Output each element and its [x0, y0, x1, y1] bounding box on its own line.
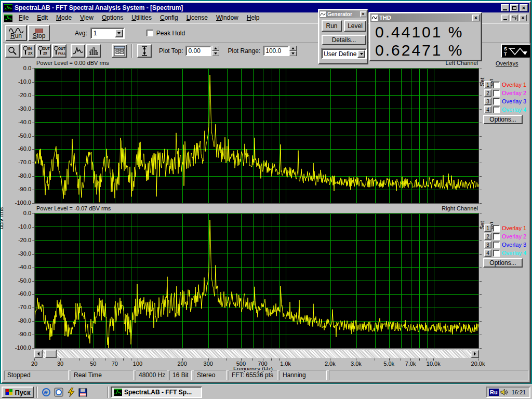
scale-range-button[interactable] — [137, 44, 152, 58]
thd-title-bar[interactable]: THD × — [370, 14, 481, 22]
avg-combobox[interactable]: 1 — [90, 28, 125, 39]
menu-file[interactable]: File — [15, 13, 33, 23]
y-tick-label: 0.0 — [9, 65, 31, 71]
overlay-set-button-1[interactable]: 1 — [484, 224, 491, 232]
overlays-options-button[interactable]: Options... — [483, 115, 523, 124]
overlay-set-button-3[interactable]: 3 — [484, 98, 491, 105]
y-tick — [480, 203, 482, 204]
overlay-on-checkbox-2[interactable] — [493, 90, 500, 97]
quick-launch-winamp[interactable] — [65, 387, 77, 398]
generator-window[interactable]: Generator × Run Level Details... User De… — [318, 9, 368, 64]
spectralab-logo-button[interactable]: S T — [501, 44, 531, 58]
menu-config[interactable]: Config — [156, 13, 182, 23]
zoom-out-full-button[interactable]: OUT FULL — [52, 44, 66, 58]
overlay-on-checkbox-1[interactable] — [493, 225, 500, 232]
frequency-scrollbar[interactable] — [34, 350, 479, 358]
mdi-restore-button[interactable] — [510, 15, 518, 21]
overlay-on-checkbox-4[interactable] — [493, 107, 500, 113]
overlay-set-button-1[interactable]: 1 — [484, 81, 491, 88]
overlay-set-button-2[interactable]: 2 — [484, 89, 491, 97]
close-button[interactable]: × — [520, 4, 528, 11]
y-tick — [480, 136, 482, 137]
y-tick — [32, 203, 34, 204]
zoom-in-2x-button[interactable]: IN 2X — [21, 44, 35, 58]
plot-range-input[interactable]: 100.0 — [263, 46, 289, 56]
left-spectrum-trace — [35, 75, 478, 202]
menu-help[interactable]: Help — [243, 13, 264, 23]
x-tick — [79, 358, 79, 361]
menu-license[interactable]: License — [182, 13, 212, 23]
generator-details-button[interactable]: Details... — [322, 35, 366, 45]
minimize-button[interactable] — [501, 4, 509, 11]
generator-mode-combobox[interactable]: User Define — [321, 48, 367, 59]
start-button[interactable]: Пуск — [2, 387, 34, 398]
overlay-set-button-4[interactable]: 4 — [484, 249, 491, 257]
plot-top-value: 0.00 — [187, 47, 200, 55]
bar-plot-mode-button[interactable] — [86, 44, 101, 58]
mdi-minimize-button[interactable] — [501, 15, 509, 21]
zoom-out-2x-button[interactable]: OUT 2X — [36, 44, 51, 58]
y-tick — [32, 149, 34, 150]
quick-launch-ie[interactable]: e — [41, 387, 52, 398]
run-button-label: Run — [10, 33, 22, 39]
overlay-on-checkbox-2[interactable] — [493, 233, 500, 240]
details-view-button[interactable] — [112, 44, 127, 58]
taskbar-divider — [36, 387, 38, 398]
overlay-on-checkbox-1[interactable] — [493, 82, 500, 88]
quick-launch-save[interactable] — [77, 387, 88, 398]
overlay-set-button-4[interactable]: 4 — [484, 106, 491, 113]
thd-window[interactable]: THD × 0.44101 % 0.62471 % — [369, 12, 482, 61]
zoom-cursor-button[interactable] — [5, 44, 20, 58]
overlay-on-checkbox-3[interactable] — [493, 242, 500, 248]
scroll-right-button[interactable] — [471, 350, 479, 358]
menu-window[interactable]: Window — [212, 13, 243, 23]
quick-launch-viewer[interactable] — [53, 387, 64, 398]
menu-edit[interactable]: Edit — [33, 13, 52, 23]
generator-close-button[interactable]: × — [360, 11, 366, 17]
clock[interactable]: 16:21 — [512, 389, 526, 395]
menu-view[interactable]: View — [76, 13, 98, 23]
overlays-options-button[interactable]: Options... — [483, 258, 523, 268]
peak-hold-checkbox[interactable] — [147, 30, 153, 36]
task-button-spectralab[interactable]: SpectraLAB - FFT Sp... — [111, 387, 202, 398]
menu-mode[interactable]: Mode — [52, 13, 76, 23]
overlay-on-checkbox-4[interactable] — [493, 250, 500, 257]
avg-dropdown-arrow[interactable] — [115, 29, 123, 37]
overlays-title: Overlays — [496, 60, 518, 66]
left-channel-plot[interactable] — [34, 68, 479, 204]
volume-icon[interactable] — [500, 389, 509, 396]
overlay-label-4: Overlay 4 — [502, 250, 526, 256]
generator-title-bar[interactable]: Generator × — [320, 10, 367, 18]
menu-options[interactable]: Options — [98, 13, 127, 23]
generator-level-button[interactable]: Level — [344, 20, 366, 32]
plot-range-value: 100.0 — [264, 47, 281, 55]
y-tick — [480, 149, 482, 150]
mdi-child-icon[interactable] — [4, 15, 12, 22]
scroll-left-button[interactable] — [34, 350, 43, 358]
y-tick-label: -20.0 — [9, 237, 31, 243]
y-tick — [32, 308, 34, 308]
line-plot-mode-button[interactable] — [71, 44, 85, 58]
plot-range-spinner[interactable] — [289, 46, 297, 56]
generator-run-button[interactable]: Run — [322, 20, 342, 32]
run-button[interactable]: Run — [5, 25, 27, 41]
thd-icon — [371, 15, 378, 21]
maximize-button[interactable] — [510, 4, 518, 11]
right-channel-plot[interactable] — [34, 213, 479, 349]
mdi-close-button[interactable]: × — [519, 15, 527, 21]
scroll-thumb[interactable] — [45, 350, 57, 358]
stop-button[interactable]: Stop — [28, 25, 50, 41]
overlay-on-checkbox-3[interactable] — [493, 98, 500, 105]
plot-top-spinner[interactable] — [212, 46, 219, 56]
title-bar[interactable]: SpectraLAB - FFT Spectral Analysis Syste… — [3, 3, 529, 12]
thd-close-button[interactable]: × — [472, 15, 480, 21]
overlay-label-3: Overlay 3 — [502, 98, 526, 104]
generator-mode-arrow[interactable] — [357, 50, 365, 58]
language-indicator[interactable]: Ru — [489, 389, 499, 396]
menu-utilities[interactable]: Utilities — [127, 13, 156, 23]
task-button-label: SpectraLAB - FFT Sp... — [124, 389, 192, 396]
app-icon — [4, 4, 12, 11]
overlay-set-button-3[interactable]: 3 — [484, 241, 491, 248]
plot-top-input[interactable]: 0.00 — [185, 46, 211, 56]
overlay-set-button-2[interactable]: 2 — [484, 233, 491, 240]
